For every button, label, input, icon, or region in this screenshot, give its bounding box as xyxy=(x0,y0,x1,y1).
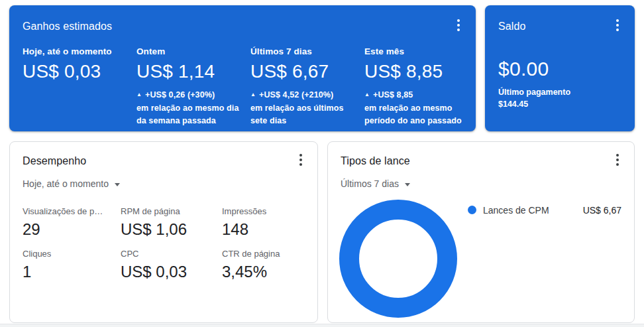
metric-value: US$ 8,85 xyxy=(364,60,462,83)
card-title: Desempenho xyxy=(23,155,86,168)
earnings-column-yesterday: Ontem US$ 1,14 ▲+US$ 0,26 (+30%) em rela… xyxy=(136,46,250,127)
metric-value: 3,45% xyxy=(222,262,305,282)
kebab-menu-icon[interactable] xyxy=(610,17,625,33)
up-arrow-icon: ▲ xyxy=(136,92,142,98)
up-arrow-icon: ▲ xyxy=(250,92,256,98)
page-bottom-strip xyxy=(0,324,644,327)
detail-row: Desempenho Hoje, até o momento Visualiza… xyxy=(9,141,635,323)
summary-row: Ganhos estimados Hoje, até o momento US$… xyxy=(9,5,635,131)
change-indicator: ▲+US$ 8,85 em relação ao mesmo período d… xyxy=(364,89,462,127)
metric-label: CPC xyxy=(121,248,222,259)
dropdown-arrow-icon xyxy=(115,183,120,186)
change-amount: +US$ 8,85 xyxy=(373,90,413,99)
earnings-columns: Hoje, até o momento US$ 0,03 Ontem US$ 1… xyxy=(23,46,462,127)
change-amount: +US$ 0,26 (+30%) xyxy=(145,90,215,99)
legend-value: US$ 6,67 xyxy=(583,204,621,216)
donut-chart xyxy=(339,200,457,318)
period-selector[interactable]: Últimos 7 dias xyxy=(341,178,410,189)
period-selector-label: Hoje, até o momento xyxy=(23,178,109,189)
balance-card: Saldo $0.00 Último pagamento $144.45 xyxy=(485,5,635,131)
metric-value: 29 xyxy=(23,220,121,239)
change-text: em relação ao mesmo dia xyxy=(136,102,250,115)
change-text: da semana passada xyxy=(136,115,250,127)
kebab-menu-icon[interactable] xyxy=(293,152,309,168)
metric-label: RPM de página xyxy=(121,206,222,217)
metric-value: 148 xyxy=(222,220,305,239)
card-title: Saldo xyxy=(498,20,525,33)
change-indicator: ▲+US$ 4,52 (+210%) em relação aos último… xyxy=(250,89,364,127)
metrics-grid: Visualizações de p… 29 RPM de página US$… xyxy=(23,206,305,282)
card-title: Tipos de lance xyxy=(341,155,410,168)
card-header: Ganhos estimados xyxy=(23,20,462,33)
chart-legend: Lances de CPM US$ 6,67 xyxy=(468,200,621,216)
metric-label: Impressões xyxy=(222,206,305,217)
change-text: em relação ao mesmo xyxy=(364,102,462,115)
earnings-column-today: Hoje, até o momento US$ 0,03 xyxy=(23,46,136,127)
metric-page-ctr: CTR de página 3,45% xyxy=(222,248,305,282)
metric-label: Ontem xyxy=(136,46,250,56)
metric-label: Visualizações de p… xyxy=(23,206,121,217)
dropdown-arrow-icon xyxy=(405,183,410,186)
metric-value: US$ 1,14 xyxy=(136,60,250,83)
last-payment-value: $144.45 xyxy=(498,98,621,110)
metric-impressions: Impressões 148 xyxy=(222,206,305,239)
card-title: Ganhos estimados xyxy=(23,20,112,33)
metric-value: US$ 6,67 xyxy=(250,60,364,83)
period-selector-label: Últimos 7 dias xyxy=(341,178,399,189)
change-amount: +US$ 4,52 (+210%) xyxy=(259,90,333,99)
card-header: Saldo xyxy=(498,20,621,33)
metric-page-views: Visualizações de p… 29 xyxy=(23,206,121,239)
earnings-column-thismonth: Este mês US$ 8,85 ▲+US$ 8,85 em relação … xyxy=(364,46,462,127)
up-arrow-icon: ▲ xyxy=(364,92,370,98)
adsense-dashboard: Ganhos estimados Hoje, até o momento US$… xyxy=(9,5,635,323)
metric-value: US$ 0,03 xyxy=(23,60,136,83)
bid-types-card: Tipos de lance Últimos 7 dias Lances de … xyxy=(327,141,635,323)
change-text: em relação aos últimos xyxy=(250,102,364,115)
metric-value: US$ 0,03 xyxy=(121,262,222,282)
card-header: Tipos de lance xyxy=(341,155,621,168)
change-text: período do ano passado xyxy=(364,115,462,127)
kebab-menu-icon[interactable] xyxy=(610,152,625,168)
balance-value: $0.00 xyxy=(498,57,621,81)
metric-value: 1 xyxy=(23,262,121,282)
legend-dot xyxy=(468,206,476,214)
kebab-menu-icon[interactable] xyxy=(451,17,466,33)
metric-value: US$ 1,06 xyxy=(121,220,222,239)
card-header: Desempenho xyxy=(23,155,305,168)
period-selector[interactable]: Hoje, até o momento xyxy=(23,178,120,189)
estimated-earnings-card: Ganhos estimados Hoje, até o momento US$… xyxy=(9,5,476,131)
change-text: sete dias xyxy=(250,115,364,127)
metric-page-rpm: RPM de página US$ 1,06 xyxy=(121,206,222,239)
metric-label: CTR de página xyxy=(222,248,305,259)
earnings-column-last7days: Últimos 7 dias US$ 6,67 ▲+US$ 4,52 (+210… xyxy=(250,46,364,127)
metric-cpc: CPC US$ 0,03 xyxy=(121,248,222,282)
performance-card: Desempenho Hoje, até o momento Visualiza… xyxy=(9,141,318,323)
metric-label: Este mês xyxy=(364,46,462,56)
metric-label: Cliques xyxy=(23,248,121,259)
donut-chart-area: Lances de CPM US$ 6,67 xyxy=(341,200,621,318)
metric-label: Últimos 7 dias xyxy=(250,46,364,56)
metric-label: Hoje, até o momento xyxy=(23,46,136,56)
last-payment-label: Último pagamento xyxy=(498,86,621,98)
change-indicator: ▲+US$ 0,26 (+30%) em relação ao mesmo di… xyxy=(136,89,250,127)
legend-label: Lances de CPM xyxy=(483,204,549,216)
metric-clicks: Cliques 1 xyxy=(23,248,121,282)
